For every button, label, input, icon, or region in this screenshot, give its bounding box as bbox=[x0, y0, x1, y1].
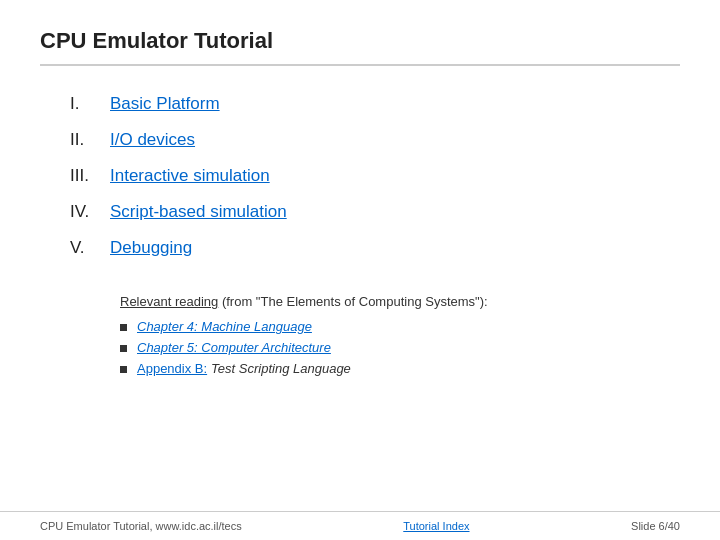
bullet-item: Appendix B: Test Scripting Language bbox=[120, 361, 680, 376]
slide-title: CPU Emulator Tutorial bbox=[40, 28, 273, 53]
toc-number: V. bbox=[70, 238, 110, 258]
title-section: CPU Emulator Tutorial bbox=[40, 28, 680, 66]
relevant-reading-text: Relevant reading (from "The Elements of … bbox=[120, 294, 680, 309]
toc-number: II. bbox=[70, 130, 110, 150]
bullet-square-0 bbox=[120, 324, 127, 331]
toc-item: V. Debugging bbox=[70, 230, 680, 266]
toc-item: IV. Script-based simulation bbox=[70, 194, 680, 230]
toc-number: I. bbox=[70, 94, 110, 114]
bullet-link-1[interactable]: Chapter 5: Computer Architecture bbox=[137, 340, 331, 355]
toc-link-2[interactable]: Interactive simulation bbox=[110, 166, 270, 186]
footer: CPU Emulator Tutorial, www.idc.ac.il/tec… bbox=[0, 511, 720, 540]
bullet-item: Chapter 4: Machine Language bbox=[120, 319, 680, 334]
toc-item: III. Interactive simulation bbox=[70, 158, 680, 194]
toc-link-0[interactable]: Basic Platform bbox=[110, 94, 220, 114]
toc-link-4[interactable]: Debugging bbox=[110, 238, 192, 258]
bullet-square-1 bbox=[120, 345, 127, 352]
bullet-square-2 bbox=[120, 366, 127, 373]
toc-item: II. I/O devices bbox=[70, 122, 680, 158]
toc-link-3[interactable]: Script-based simulation bbox=[110, 202, 287, 222]
footer-center-link[interactable]: Tutorial Index bbox=[403, 520, 469, 532]
toc-item: I. Basic Platform bbox=[70, 86, 680, 122]
bullet-link-2[interactable]: Appendix B: bbox=[137, 361, 207, 376]
toc-number: IV. bbox=[70, 202, 110, 222]
toc-number: III. bbox=[70, 166, 110, 186]
bullet-item: Chapter 5: Computer Architecture bbox=[120, 340, 680, 355]
content-area: I. Basic Platform II. I/O devices III. I… bbox=[40, 86, 680, 520]
slide-container: CPU Emulator Tutorial I. Basic Platform … bbox=[0, 0, 720, 540]
footer-right: Slide 6/40 bbox=[631, 520, 680, 532]
reading-section: Relevant reading (from "The Elements of … bbox=[70, 294, 680, 382]
relevant-reading-suffix: (from "The Elements of Computing Systems… bbox=[222, 294, 488, 309]
toc-link-1[interactable]: I/O devices bbox=[110, 130, 195, 150]
bullets-list: Chapter 4: Machine LanguageChapter 5: Co… bbox=[120, 319, 680, 376]
relevant-reading-label: Relevant reading bbox=[120, 294, 218, 309]
bullet-link-0[interactable]: Chapter 4: Machine Language bbox=[137, 319, 312, 334]
footer-left: CPU Emulator Tutorial, www.idc.ac.il/tec… bbox=[40, 520, 242, 532]
bullet-desc-2: Test Scripting Language bbox=[211, 361, 351, 376]
toc-list: I. Basic Platform II. I/O devices III. I… bbox=[70, 86, 680, 266]
